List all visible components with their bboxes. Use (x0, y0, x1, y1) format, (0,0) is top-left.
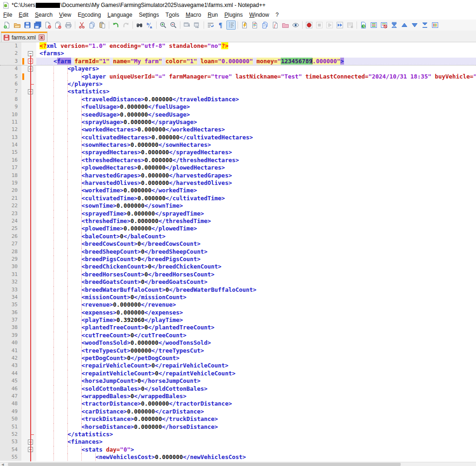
code-text[interactable]: <player uniqueUserId="=" farmManager="tr… (36, 73, 476, 80)
code-text[interactable]: <traveledDistance>0.000000</traveledDist… (36, 96, 476, 103)
code-text[interactable]: <harvestedOlives>0.000000</harvestedOliv… (36, 179, 476, 187)
code-text[interactable]: <sprayUsage>0.000000</sprayUsage> (36, 118, 476, 126)
horizontal-scrollbar-thumb[interactable] (8, 463, 401, 466)
zoom-out-icon[interactable] (169, 20, 178, 30)
menu-item-encoding[interactable]: Encoding (74, 10, 104, 20)
menu-item-tools[interactable]: Tools (162, 10, 182, 20)
fold-margin[interactable] (25, 42, 36, 50)
code-text[interactable]: </statistics> (36, 431, 476, 438)
code-text[interactable]: <fuelUsage>0.000000</fuelUsage> (36, 103, 476, 111)
code-text[interactable]: <sownTime>0.000000</sownTime> (36, 202, 476, 210)
code-text[interactable]: <newVehiclesCost>0.000000</newVehiclesCo… (36, 453, 476, 461)
menu-item-run[interactable]: Run (205, 10, 221, 20)
macro-stop-icon[interactable] (315, 20, 324, 30)
tab-farms-xml[interactable]: farms.xml x (1, 32, 47, 42)
code-text[interactable]: <breedChickenCount>0</breedChickenCount> (36, 263, 476, 270)
menu-item-view[interactable]: View (56, 10, 74, 20)
code-text[interactable]: <harvestedGrapes>0.000000</harvestedGrap… (36, 172, 476, 179)
code-text[interactable]: <stats day="0"> (36, 446, 476, 453)
code-text[interactable]: <expenses>0.000000</expenses> (36, 309, 476, 316)
redo-icon[interactable] (121, 20, 131, 30)
code-text[interactable]: <sprayedHectares>0.000000</sprayedHectar… (36, 149, 476, 156)
sync-scroll-vertical-icon[interactable] (182, 20, 192, 30)
code-text[interactable]: <missionCount>0</missionCount> (36, 294, 476, 301)
code-text[interactable]: <tractorDistance>0.000000</tractorDistan… (36, 400, 476, 407)
code-text[interactable]: <plowedTime>0.000000</plowedTime> (36, 225, 476, 232)
diff-prev-icon[interactable] (400, 20, 409, 30)
close-file-icon[interactable] (43, 20, 53, 30)
code-text[interactable]: </players> (36, 80, 476, 88)
scroll-left-arrow-icon[interactable]: ◀ (1, 463, 4, 466)
menu-item-window[interactable]: Window (246, 10, 272, 20)
menu-item-plugins[interactable]: Plugins (221, 10, 246, 20)
cut-icon[interactable] (77, 20, 86, 30)
folder-as-workspace-icon[interactable] (281, 20, 290, 30)
code-text[interactable]: <cultivatedTime>0.000000</cultivatedTime… (36, 195, 476, 202)
tab-close-icon[interactable]: x (39, 34, 45, 40)
macro-record-icon[interactable] (304, 20, 314, 30)
paste-icon[interactable] (98, 20, 107, 30)
code-text[interactable]: <truckDistance>0.000000</truckDistance> (36, 415, 476, 423)
code-text[interactable]: <finances> (36, 438, 476, 446)
show-indent-guide-icon[interactable] (226, 20, 236, 30)
macro-save-icon[interactable] (345, 20, 355, 30)
code-text[interactable]: <wrappedBales>0</wrappedBales> (36, 393, 476, 400)
find-icon[interactable] (135, 20, 144, 30)
code-text[interactable]: <plantedTreeCount>0</plantedTreeCount> (36, 324, 476, 331)
code-text[interactable]: <breedCowsCount>0</breedCowsCount> (36, 240, 476, 248)
replace-icon[interactable]: ba (145, 20, 154, 30)
code-text[interactable]: <repairVehicleCount>0</repairVehicleCoun… (36, 362, 476, 369)
menu-item-file[interactable]: File (0, 10, 15, 20)
menu-item-settings[interactable]: Settings (136, 10, 162, 20)
code-text[interactable]: <playTime>0.392060</playTime> (36, 316, 476, 324)
code-text[interactable]: <cultivatedHectares>0.000000</cultivated… (36, 134, 476, 141)
diff-last-icon[interactable] (420, 20, 430, 30)
function-list-icon[interactable]: f (271, 20, 280, 30)
code-text[interactable]: <workedTime>0.000000</workedTime> (36, 187, 476, 194)
code-text[interactable]: <?xml version="1.0" encoding="utf-8" sta… (36, 42, 476, 50)
code-text[interactable]: <farm farmId="1" name="My farm" color="1… (36, 58, 476, 65)
code-text[interactable]: <carDistance>0.000000</carDistance> (36, 408, 476, 415)
udl-dialog-icon[interactable] (240, 20, 249, 30)
open-file-icon[interactable] (13, 20, 22, 30)
code-text[interactable]: <sownHectares>0.000000</sownHectares> (36, 141, 476, 149)
print-icon[interactable] (64, 20, 73, 30)
code-text[interactable]: <farms> (36, 50, 476, 57)
code-text[interactable]: <seedUsage>0.000000</seedUsage> (36, 111, 476, 118)
code-text[interactable]: <treeTypesCut>000000</treeTypesCut> (36, 347, 476, 354)
menu-item-language[interactable]: Language (104, 10, 135, 20)
file-monitoring-icon[interactable] (291, 20, 300, 30)
save-file-icon[interactable] (23, 20, 32, 30)
zoom-in-icon[interactable] (159, 20, 168, 30)
close-all-icon[interactable] (53, 20, 63, 30)
code-text[interactable]: <woodTonsSold>0.000000</woodTonsSold> (36, 339, 476, 347)
code-text[interactable]: <horseJumpCount>0</horseJumpCount> (36, 377, 476, 385)
compare-set-first-icon[interactable]: 1 (359, 20, 368, 30)
copy-icon[interactable] (87, 20, 97, 30)
word-wrap-icon[interactable] (206, 20, 215, 30)
code-text[interactable]: <soldCottonBales>0</soldCottonBales> (36, 385, 476, 393)
code-text[interactable]: <petDogCount>0</petDogCount> (36, 354, 476, 362)
menu-item-macro[interactable]: Macro (182, 10, 204, 20)
show-all-characters-icon[interactable]: ¶ (216, 20, 225, 30)
code-text[interactable]: <sprayedTime>0.000000</sprayedTime> (36, 210, 476, 217)
menu-item-edit[interactable]: Edit (15, 10, 32, 20)
macro-play-icon[interactable] (325, 20, 334, 30)
undo-icon[interactable] (111, 20, 120, 30)
diff-first-icon[interactable] (390, 20, 399, 30)
code-text[interactable]: <breedHorsesCount>0</breedHorsesCount> (36, 271, 476, 278)
menu-item-search[interactable]: Search (32, 10, 56, 20)
new-file-icon[interactable] (2, 20, 12, 30)
code-text[interactable]: <players> (36, 65, 476, 72)
document-map-icon[interactable] (250, 20, 259, 30)
macro-run-multiple-icon[interactable] (335, 20, 344, 30)
diff-next-icon[interactable] (410, 20, 419, 30)
compare-icon[interactable] (369, 20, 378, 30)
code-text[interactable]: <threshedHectares>0.000000</threshedHect… (36, 157, 476, 164)
code-text[interactable]: <breedPigsCount>0</breedPigsCount> (36, 256, 476, 263)
save-all-icon[interactable] (33, 20, 42, 30)
code-text[interactable]: <horseDistance>0.000000</horseDistance> (36, 423, 476, 431)
sync-scroll-horizontal-icon[interactable] (192, 20, 202, 30)
code-text[interactable]: <baleCount>0</baleCount> (36, 233, 476, 240)
code-text[interactable]: <statistics> (36, 88, 476, 95)
